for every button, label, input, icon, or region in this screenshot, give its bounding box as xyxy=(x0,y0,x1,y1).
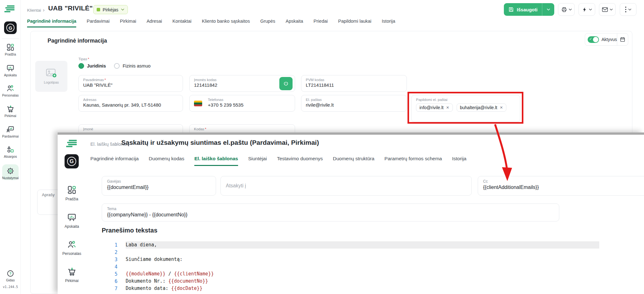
template-variable: {{documentNo}} xyxy=(168,278,208,284)
code-line: 1 Laba diena, xyxy=(102,241,599,249)
chip-remove-icon[interactable]: ✕ xyxy=(446,105,449,110)
code-line: 4 xyxy=(102,263,599,270)
tab-testavimo-duomenys[interactable]: Testavimo duomenys xyxy=(277,156,323,166)
radio-selected-icon xyxy=(78,63,84,69)
chevron-down-icon xyxy=(589,9,592,11)
save-dropdown-button[interactable] xyxy=(542,9,554,11)
active-toggle[interactable]: ✓ xyxy=(588,36,599,43)
sidebar-item-gidas[interactable]: ? Gidas xyxy=(0,270,21,282)
overlay-sidebar-item-pirkimai[interactable]: Pirkimai xyxy=(58,267,86,283)
more-menu-button[interactable] xyxy=(620,3,636,16)
main-sidebar: G Pradžia Apskaita xyxy=(0,0,21,294)
radio-unselected-icon xyxy=(114,63,120,69)
email-chip: info@rivile.lt ✕ xyxy=(416,103,453,112)
pvm-kodas-value: LT214118411 xyxy=(306,82,402,88)
save-button[interactable]: Išsaugoti xyxy=(504,3,554,16)
tab-el-laisko-sablonas[interactable]: El. laiško šablonas xyxy=(194,156,238,166)
tab-adresai[interactable]: Adresai xyxy=(146,19,162,27)
power-lookup-icon xyxy=(283,80,289,87)
tab-pirkimai[interactable]: Pirkimai xyxy=(120,19,136,27)
tab-duomenu-struktura[interactable]: Duomenų struktūra xyxy=(333,156,374,166)
kebab-menu-icon xyxy=(625,6,627,13)
adresas-value: Kaunas, Savanorių pr. 349, LT-51480 xyxy=(83,102,178,108)
code-line: 6 Dokumento Nr.: {{documentNo}} xyxy=(102,278,599,285)
tab-pardavimai[interactable]: Pardavimai xyxy=(87,19,110,27)
overlay-sidebar-item-pradzia[interactable]: Pradžia xyxy=(58,185,86,201)
tab-istorija[interactable]: Istorija xyxy=(452,156,466,166)
tema-value: {{companyName}} - {{documentNo}} xyxy=(107,212,554,218)
line-number: 2 xyxy=(102,250,117,255)
check-icon: ✓ xyxy=(589,37,592,41)
tab-siuntejai[interactable]: Siuntėjai xyxy=(248,156,267,166)
print-button[interactable] xyxy=(558,3,575,16)
tab-istorija[interactable]: Istorija xyxy=(382,19,395,27)
client-type-badge[interactable]: Pirkėjas xyxy=(93,5,128,14)
actions-button[interactable] xyxy=(578,3,595,16)
registry-lookup-button[interactable] xyxy=(279,77,293,90)
chip-remove-icon[interactable]: ✕ xyxy=(500,105,503,110)
overlay-sidebar-item-personalas[interactable]: Personalas xyxy=(58,240,86,256)
tab-kontaktai[interactable]: Kontaktai xyxy=(173,19,191,27)
tab-priedai[interactable]: Priedai xyxy=(314,19,328,27)
imones-kodas-field[interactable]: Įmonės kodas 121411842 xyxy=(189,75,295,92)
cc-field[interactable]: Cc {{clientAdditionalEmails}} xyxy=(478,176,644,196)
calendar-icon xyxy=(620,37,625,42)
chevron-down-icon xyxy=(547,9,550,11)
lithuania-flag-icon xyxy=(194,101,202,106)
cart-icon xyxy=(0,105,21,113)
page-title: UAB "RIVILĖ" xyxy=(48,4,93,12)
app-logo[interactable]: G xyxy=(65,154,79,168)
sidebar-item-pardavimai[interactable]: Pardavimai xyxy=(0,125,21,138)
tab-pagrindine-informacija[interactable]: Pagrindinė informacija xyxy=(90,156,139,166)
tab-papildomi-laukai[interactable]: Papildomi laukai xyxy=(338,19,372,27)
chevron-right-icon: › xyxy=(43,7,45,13)
sales-icon xyxy=(0,125,21,133)
pvm-kodas-field[interactable]: PVM kodas LT214118411 xyxy=(301,75,407,92)
tab-duomenu-kodas[interactable]: Duomenų kodas xyxy=(149,156,184,166)
line-number: 6 xyxy=(102,279,117,284)
menu-hamburger-icon[interactable] xyxy=(66,139,79,150)
sidebar-item-label: Gidas xyxy=(0,278,21,282)
tab-grupes[interactable]: Grupės xyxy=(260,19,275,27)
sidebar-item-atsargos[interactable]: Atsargos xyxy=(0,145,21,158)
logo-upload-placeholder[interactable]: Logotipas xyxy=(35,61,67,92)
overlay-sidebar-item-apskaita[interactable]: Apskaita xyxy=(58,213,86,229)
atsakyti-i-field[interactable] xyxy=(220,176,472,196)
app-logo[interactable]: G xyxy=(4,21,17,34)
tab-pagrindine-informacija[interactable]: Pagrindinė informacija xyxy=(27,19,76,27)
sidebar-item-pirkimai[interactable]: Pirkimai xyxy=(0,105,21,118)
el-pastas-field[interactable]: El. paštas rivile@rivile.lt xyxy=(301,95,407,112)
tab-apskaita[interactable]: Apskaita xyxy=(286,19,303,27)
sidebar-item-apskaita[interactable]: Apskaita xyxy=(0,64,21,77)
menu-hamburger-icon[interactable] xyxy=(4,5,16,14)
sidebar-item-pradzia[interactable]: Pradžia xyxy=(0,43,21,56)
people-icon xyxy=(0,84,21,92)
papildomi-el-pastai-field[interactable]: Papildomi el. paštai info@rivile.lt ✕ bu… xyxy=(411,95,520,122)
app-logo-letter: G xyxy=(67,157,76,166)
radio-juridinis[interactable]: Juridinis xyxy=(78,63,106,69)
email-button[interactable] xyxy=(599,3,616,16)
radio-fizinis-asmuo[interactable]: Fizinis asmuo xyxy=(114,63,151,69)
code-line: 5 {{moduleName}} / {{clientName}} xyxy=(102,270,599,278)
pavadinimas-field[interactable]: Pavadinimas* UAB "RIVILĖ" xyxy=(78,75,183,92)
telefonas-value: +370 5 239 5535 xyxy=(208,102,290,108)
gavejas-field[interactable]: Gavėjas {{documentEmail}} xyxy=(102,176,216,196)
imones-kodas-value: 121411842 xyxy=(194,82,290,88)
sidebar-item-personalas[interactable]: Personalas xyxy=(0,84,21,97)
tab-kliento-banko-saskaitos[interactable]: Kliento banko sąskaitos xyxy=(202,19,250,27)
image-upload-icon xyxy=(46,68,57,78)
code-line: 7 Dokumento data: {{docDate}} xyxy=(102,285,599,292)
line-number: 5 xyxy=(102,271,117,277)
sidebar-item-label: Pirkimai xyxy=(0,114,21,118)
atsakyti-i-input[interactable] xyxy=(226,176,466,195)
adresas-field[interactable]: Adresas Kaunas, Savanorių pr. 349, LT-51… xyxy=(78,95,183,112)
sidebar-item-nustatymai[interactable]: Nustatymai xyxy=(0,167,21,180)
tema-field[interactable]: Tema {{companyName}} - {{documentNo}} xyxy=(102,203,559,221)
calendar-button[interactable] xyxy=(617,37,628,42)
breadcrumb-root[interactable]: Klientai xyxy=(27,8,41,13)
tab-parametru-formos-schema[interactable]: Parametrų formos schema xyxy=(385,156,442,166)
tipas-label: Tipas* xyxy=(78,57,89,61)
required-mark: * xyxy=(88,57,89,61)
telefonas-field[interactable]: Telefonas +370 5 239 5535 xyxy=(189,95,295,112)
chevron-down-icon xyxy=(569,9,572,11)
